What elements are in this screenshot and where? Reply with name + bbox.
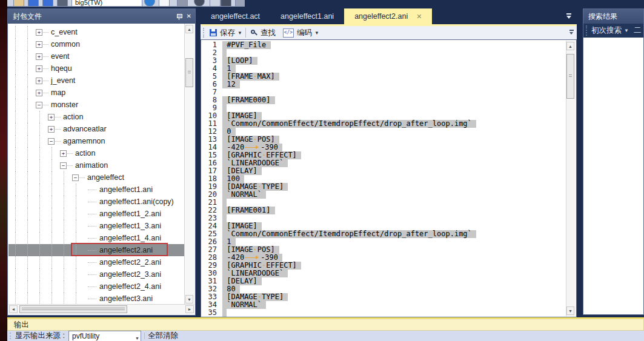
save-icon[interactable] (210, 29, 217, 36)
encoding-icon[interactable]: </> (283, 28, 294, 38)
tree-item-hqequ[interactable]: +hqequ (8, 62, 185, 74)
tree-item-angeleffect2.ani[interactable]: angeleffect2.ani (8, 244, 185, 256)
code-area[interactable]: 1 #PVF_File 2 3 [LOOP] 4 1 5 [FRAME·MAX]… (201, 41, 566, 317)
search-results-content[interactable] (584, 38, 643, 314)
tree-horizontal-scrollbar[interactable]: ◄ ► (8, 304, 194, 314)
tree-item-monster[interactable]: −monster (8, 99, 185, 111)
expand-icon[interactable]: + (48, 114, 55, 121)
tree-item-angeleffect1_4.ani[interactable]: angeleffect1_4.ani (8, 232, 185, 244)
code-line[interactable]: 17 [DELAY] (201, 167, 566, 175)
scroll-up-icon[interactable]: ▲ (566, 42, 574, 50)
save-file-icon[interactable] (28, 0, 39, 7)
tree-item-animation[interactable]: −animation (8, 159, 185, 171)
expand-icon[interactable]: + (36, 41, 42, 48)
scroll-right-icon[interactable]: ► (185, 305, 194, 313)
scroll-down-icon[interactable]: ▼ (185, 295, 193, 303)
tab-angeleffect1.ani[interactable]: angeleffect1.ani (270, 8, 344, 24)
tree-vscroll-thumb[interactable] (185, 58, 193, 87)
code-editor[interactable]: 1 #PVF_File 2 3 [LOOP] 4 1 5 [FRAME·MAX]… (201, 39, 577, 317)
editor-vscroll-thumb[interactable] (566, 54, 574, 99)
expand-icon[interactable]: + (36, 78, 42, 84)
collapse-icon[interactable]: − (36, 102, 42, 108)
file-encoding-select[interactable]: big5(TW) ▼ (71, 0, 142, 7)
output-source-select[interactable]: pvfUtility ▼ (68, 331, 141, 341)
toolbar-overflow-icon[interactable] (569, 30, 574, 36)
code-line[interactable]: 31 [DELAY] (201, 277, 566, 285)
code-line[interactable]: 34 `NORMAL` (201, 301, 566, 309)
close-panel-icon[interactable]: ✕ (187, 13, 191, 19)
code-line[interactable]: 27 [IMAGE·POS] (201, 246, 566, 254)
code-line[interactable]: 11 `Common/CommonEffect/ItemdropEffect/d… (201, 120, 566, 128)
collapse-icon[interactable]: − (60, 162, 67, 169)
tree-item-action[interactable]: +action (8, 147, 185, 159)
expand-icon[interactable]: + (60, 150, 67, 157)
second-search-button[interactable]: 二 (634, 25, 642, 36)
tree-item-angeleffect3.ani[interactable]: angeleffect3.ani (8, 293, 185, 305)
save-dropdown-icon[interactable]: ▼ (237, 30, 242, 36)
pin-icon[interactable] (176, 13, 182, 20)
expand-icon[interactable]: + (36, 29, 42, 36)
first-search-button[interactable]: 初次搜索 (591, 25, 622, 36)
tree-item-angeleffect1_2.ani[interactable]: angeleffect1_2.ani (8, 208, 185, 220)
grid-icon[interactable] (57, 0, 68, 7)
tab-list-chevron-icon[interactable] (566, 13, 572, 20)
expand-icon[interactable]: + (36, 65, 42, 72)
open-folder-icon[interactable] (13, 0, 24, 7)
tree-item-angeleffect2_2.ani[interactable]: angeleffect2_2.ani (8, 256, 185, 268)
tree-item-angeleffect1.ani(copy)[interactable]: angeleffect1.ani(copy) (8, 196, 185, 208)
tree-item-common[interactable]: +common (8, 38, 185, 50)
clear-all-button[interactable]: 全部清除 (148, 331, 178, 341)
tab-angeleffect2.ani[interactable]: angeleffect2.ani✕ (344, 8, 432, 24)
collapse-icon[interactable]: − (72, 174, 79, 181)
code-line[interactable]: 25 `Common/CommonEffect/ItemdropEffect/d… (201, 230, 566, 238)
tree-item-angeleffect2_3.ani[interactable]: angeleffect2_3.ani (8, 268, 185, 280)
code-line[interactable]: 22 [FRAME001] (201, 207, 566, 214)
code-line[interactable]: 1 #PVF_File (201, 41, 566, 49)
expand-icon[interactable]: + (36, 90, 42, 96)
refresh-icon[interactable] (144, 0, 155, 7)
collapse-icon[interactable]: − (48, 138, 55, 145)
tab-angeleffect.act[interactable]: angeleffect.act (201, 8, 270, 24)
scroll-left-icon[interactable]: ◄ (9, 305, 18, 313)
encoding-dropdown-icon[interactable]: ▼ (314, 30, 319, 36)
find-icon[interactable] (250, 29, 258, 37)
tree-item-advanceatlar[interactable]: +advanceatlar (8, 123, 185, 135)
stop-icon[interactable] (159, 0, 170, 7)
scroll-up-icon[interactable]: ▲ (185, 25, 193, 33)
scroll-down-icon[interactable]: ▼ (566, 306, 574, 315)
tree-item-j_event[interactable]: +j_event (8, 74, 185, 87)
tree-item-agamemnon[interactable]: −agamemnon (8, 135, 185, 147)
tab-close-icon[interactable]: ✕ (416, 8, 422, 24)
tree-item-angeleffect2_4.ani[interactable]: angeleffect2_4.ani (8, 280, 185, 293)
tree-item-c_event[interactable]: +c_event (8, 26, 185, 38)
code-line[interactable]: 3 [LOOP] (201, 57, 566, 65)
tree-item-angeleffect1_3.ani[interactable]: angeleffect1_3.ani (8, 220, 185, 232)
code-line[interactable]: 5 [FRAME·MAX] (201, 73, 566, 81)
encoding-button[interactable]: 编码 (297, 28, 312, 38)
toolbar-grip[interactable] (10, 333, 13, 339)
code-line[interactable]: 6 12 (201, 81, 566, 88)
toolbar-grip[interactable] (586, 25, 589, 36)
tree-item-map[interactable]: +map (8, 87, 185, 99)
expand-icon[interactable]: + (48, 126, 55, 133)
code-line[interactable]: 13 [IMAGE·POS] (201, 136, 566, 144)
first-search-dropdown-icon[interactable]: ▼ (624, 28, 629, 33)
tree-item-angeleffect[interactable]: −angeleffect (8, 171, 185, 184)
add-icon[interactable] (210, 0, 221, 7)
save-all-icon[interactable] (42, 0, 53, 7)
tree-item-event[interactable]: +event (8, 50, 185, 62)
wrench-icon[interactable] (177, 0, 188, 7)
tree-item-action[interactable]: +action (8, 111, 185, 123)
tree-vertical-scrollbar[interactable]: ▲ ▼ (184, 24, 194, 305)
expand-icon[interactable]: + (36, 53, 42, 60)
tree-item-angeleffect1.ani[interactable]: angeleffect1.ani (8, 184, 185, 196)
code-line[interactable]: 20 `NORMAL` (201, 191, 566, 199)
editor-vertical-scrollbar[interactable]: ▲ ▼ (566, 41, 576, 316)
play-icon[interactable] (194, 0, 205, 7)
save-button[interactable]: 保存 (220, 28, 235, 38)
find-button[interactable]: 查找 (261, 28, 276, 38)
search-tool-icon[interactable] (235, 0, 245, 7)
code-line[interactable]: 8 [FRAME000] (201, 96, 566, 104)
tree-hscroll-thumb[interactable] (19, 305, 127, 313)
code-line[interactable]: 35 (201, 309, 566, 317)
